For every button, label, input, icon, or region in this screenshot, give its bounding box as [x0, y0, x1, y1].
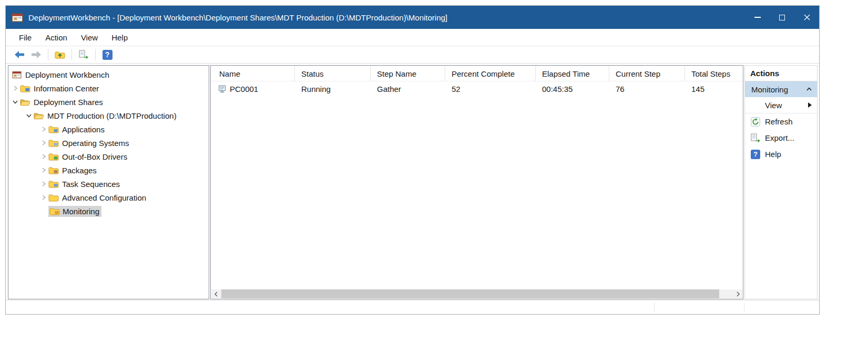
computer-icon [218, 85, 227, 93]
console-root-icon [12, 70, 22, 79]
column-header-current-step[interactable]: Current Step [609, 66, 685, 81]
list-row-pc0001[interactable]: PC0001 Running Gather 52 00:45:35 76 145 [211, 81, 743, 96]
tree-item-label: Information Center [34, 84, 99, 93]
actions-pane: Actions Monitoring View Refresh Export..… [744, 65, 818, 299]
submenu-arrow-icon [808, 102, 812, 108]
results-list-pane: Name Status Step Name Percent Complete E… [210, 65, 743, 299]
refresh-icon [750, 117, 761, 127]
collapse-chevron-icon[interactable] [11, 97, 20, 107]
scroll-left-button[interactable] [211, 289, 220, 298]
tree-item-label: Operating Systems [62, 139, 129, 148]
expand-chevron-icon[interactable] [39, 165, 48, 175]
toolbar-separator [48, 49, 48, 60]
help-icon [750, 149, 761, 159]
toolbar-separator [95, 49, 96, 60]
action-view[interactable]: View [745, 97, 817, 113]
action-export[interactable]: Export... [745, 130, 817, 146]
status-bar-divider [744, 303, 744, 311]
action-label: Help [765, 150, 781, 159]
window-title: DeploymentWorkbench - [Deployment Workbe… [28, 13, 447, 22]
tree-item-label: Applications [62, 125, 105, 134]
expand-chevron-icon[interactable] [39, 179, 48, 189]
help-button[interactable] [100, 48, 115, 62]
toolbar-separator [72, 49, 72, 60]
expand-chevron-icon[interactable] [11, 84, 20, 93]
column-header-step-name[interactable]: Step Name [371, 66, 445, 81]
actions-group-monitoring[interactable]: Monitoring [745, 81, 817, 97]
menu-help[interactable]: Help [105, 29, 135, 46]
up-one-level-button[interactable] [53, 48, 67, 62]
tree-item-task-sequences[interactable]: Task Sequences [8, 177, 209, 191]
folder-icon [48, 193, 59, 202]
tree-item-label: Deployment Shares [34, 98, 103, 107]
expand-chevron-icon[interactable] [39, 138, 48, 148]
tree-item-label: Task Sequences [62, 180, 120, 189]
column-header-name[interactable]: Name [211, 66, 295, 81]
cell-elapsed-time: 00:45:35 [536, 85, 609, 93]
tree-item-information-center[interactable]: Information Center [8, 81, 209, 95]
cell-name: PC0001 [211, 85, 295, 93]
tree-item-applications[interactable]: Applications [8, 122, 209, 136]
cell-total-steps: 145 [685, 85, 743, 93]
expander-spacer [39, 206, 48, 216]
folder-icon [48, 139, 59, 147]
scrollbar-thumb[interactable] [221, 289, 719, 298]
horizontal-scrollbar[interactable] [211, 289, 742, 298]
forward-button[interactable] [29, 48, 44, 62]
tree-item-operating-systems[interactable]: Operating Systems [8, 136, 209, 150]
expand-chevron-icon[interactable] [39, 193, 48, 202]
folder-icon [48, 125, 59, 133]
column-header-elapsed-time[interactable]: Elapsed Time [536, 66, 609, 81]
up-folder-icon [55, 50, 65, 59]
tree-item-monitoring[interactable]: Monitoring [8, 204, 209, 218]
folder-icon [49, 207, 60, 215]
action-label: View [765, 101, 782, 110]
close-button[interactable] [794, 6, 819, 29]
expand-chevron-icon[interactable] [39, 152, 48, 161]
minimize-button[interactable] [745, 6, 770, 29]
collapse-chevron-icon[interactable] [24, 111, 34, 120]
menu-bar: File Action View Help [6, 29, 819, 46]
column-header-status[interactable]: Status [295, 66, 371, 81]
cell-status: Running [295, 85, 371, 93]
title-bar[interactable]: DeploymentWorkbench - [Deployment Workbe… [6, 6, 819, 29]
folder-icon [48, 180, 59, 188]
column-header-total-steps[interactable]: Total Steps [685, 66, 743, 81]
action-refresh[interactable]: Refresh [745, 113, 817, 130]
status-bar [6, 300, 819, 314]
tree-item-mdt-production[interactable]: MDT Production (D:\MDTProduction) [8, 109, 209, 122]
scroll-right-icon [736, 291, 740, 297]
column-header-percent-complete[interactable]: Percent Complete [445, 66, 536, 81]
list-header: Name Status Step Name Percent Complete E… [211, 66, 743, 81]
menu-file[interactable]: File [12, 29, 38, 46]
collapse-group-icon [806, 86, 812, 92]
tree-item-deployment-shares[interactable]: Deployment Shares [8, 95, 209, 109]
tree-item-label: Deployment Workbench [25, 70, 109, 79]
menu-view[interactable]: View [74, 29, 105, 46]
maximize-button[interactable] [770, 6, 794, 29]
minimize-icon [754, 17, 761, 18]
scroll-right-button[interactable] [733, 289, 742, 298]
export-list-button[interactable] [76, 48, 91, 62]
actions-pane-title: Actions [745, 66, 817, 81]
export-icon [750, 133, 761, 143]
console-tree-pane: Deployment Workbench Information Center … [8, 65, 209, 299]
menu-action[interactable]: Action [38, 29, 74, 46]
tree-item-label: Monitoring [63, 207, 99, 216]
tree-item-advanced-configuration[interactable]: Advanced Configuration [8, 191, 209, 204]
app-window: DeploymentWorkbench - [Deployment Workbe… [5, 5, 820, 315]
forward-icon [32, 51, 41, 58]
status-bar-divider [654, 303, 655, 311]
action-help[interactable]: Help [745, 146, 817, 162]
tree-item-packages[interactable]: Packages [8, 163, 209, 177]
expand-chevron-icon[interactable] [39, 124, 48, 134]
tree-item-label: MDT Production (D:\MDTProduction) [47, 111, 177, 120]
tree-item-out-of-box-drivers[interactable]: Out-of-Box Drivers [8, 150, 209, 163]
back-button[interactable] [12, 48, 27, 62]
tree-item-deployment-workbench[interactable]: Deployment Workbench [8, 68, 209, 81]
back-icon [15, 51, 24, 58]
folder-icon [20, 84, 30, 92]
cell-current-step: 76 [609, 85, 685, 93]
cell-step-name: Gather [371, 85, 445, 93]
folder-icon [48, 152, 59, 161]
